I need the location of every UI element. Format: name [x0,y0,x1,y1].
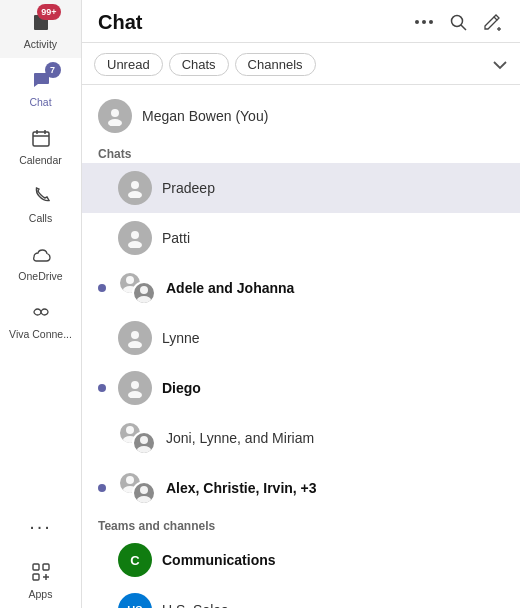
avatar-lynne [118,321,152,355]
svg-line-16 [461,25,466,30]
chat-badge: 7 [45,62,61,78]
avatar-communications: C [118,543,152,577]
main-panel: Chat [82,0,520,608]
svg-point-33 [140,436,148,444]
chat-item-pradeep[interactable]: Pradeep [82,163,520,213]
chat-item-joni-lynne-miriam[interactable]: Joni, Lynne, and Miriam [82,413,520,463]
no-dot [98,184,106,192]
svg-point-28 [128,341,142,348]
sidebar-item-more[interactable]: ··· [0,504,81,550]
svg-rect-0 [37,20,45,21]
svg-point-20 [128,191,142,198]
chat-item-name-patti: Patti [162,230,508,246]
svg-point-38 [137,496,151,503]
more-icon: ··· [27,512,55,540]
tab-chats[interactable]: Chats [169,53,229,76]
svg-point-34 [137,446,151,453]
unread-indicator [98,384,106,392]
svg-point-17 [111,109,119,117]
sidebar-item-onedrive[interactable]: OneDrive [0,232,81,290]
chat-item-name-joni: Joni, Lynne, and Miriam [166,430,508,446]
svg-rect-8 [43,564,49,570]
filter-bar: Unread Chats Channels [82,43,520,85]
svg-rect-2 [37,26,42,27]
filter-expand-button[interactable] [492,56,508,74]
svg-rect-7 [33,564,39,570]
chats-section-header: Chats [82,141,520,163]
page-title: Chat [98,11,404,34]
chat-item-alex-christie[interactable]: Alex, Christie, Irvin, +3 [82,463,520,513]
sidebar-item-chat[interactable]: 7 Chat [0,58,81,116]
avatar-patti [118,221,152,255]
channel-item-communications[interactable]: C Communications [82,535,520,585]
svg-rect-9 [33,574,39,580]
chat-item-diego[interactable]: Diego [82,363,520,413]
calls-label: Calls [29,212,52,224]
chat-item-name-pradeep: Pradeep [162,180,508,196]
sidebar-item-calls[interactable]: Calls [0,174,81,232]
avatar-diego [118,371,152,405]
calls-icon [27,182,55,210]
avatar-alex-christie [118,471,156,505]
sidebar-item-calendar[interactable]: Calendar [0,116,81,174]
svg-point-30 [128,391,142,398]
chat-icon: 7 [27,66,55,94]
channel-name-us-sales: U.S. Sales [162,602,508,608]
avatar-adele-johanna [118,271,156,305]
calendar-label: Calendar [19,154,62,166]
svg-point-18 [108,119,122,126]
svg-point-25 [140,286,148,294]
channel-item-us-sales[interactable]: US U.S. Sales [82,585,520,608]
chat-label: Chat [29,96,51,108]
avatar-joni-lynne-miriam [118,421,156,455]
apps-label: Apps [29,588,53,600]
tab-unread[interactable]: Unread [94,53,163,76]
no-dot [98,556,106,564]
sidebar-item-activity[interactable]: 99+ Activity [0,0,81,58]
svg-point-35 [126,476,134,484]
svg-point-26 [137,296,151,303]
svg-point-13 [422,20,426,24]
chat-item-name-diego: Diego [162,380,508,396]
unread-indicator [98,284,106,292]
sidebar-item-apps[interactable]: Apps [0,550,81,608]
chat-list: Megan Bowen (You) Chats Pradeep [82,85,520,608]
no-dot [98,234,106,242]
no-dot [98,334,106,342]
unread-indicator [98,484,106,492]
compose-button[interactable] [480,10,504,34]
svg-point-22 [128,241,142,248]
svg-point-19 [131,181,139,189]
svg-rect-3 [33,132,49,146]
activity-badge: 99+ [37,4,60,20]
chat-item-patti[interactable]: Patti [82,213,520,263]
svg-point-29 [131,381,139,389]
teams-section-header: Teams and channels [82,513,520,535]
sidebar-item-viva[interactable]: Viva Conne... [0,290,81,348]
activity-label: Activity [24,38,57,50]
my-user-name: Megan Bowen (You) [142,108,268,124]
svg-point-21 [131,231,139,239]
my-user-row[interactable]: Megan Bowen (You) [82,91,520,141]
svg-point-27 [131,331,139,339]
channel-name-communications: Communications [162,552,508,568]
activity-icon: 99+ [27,8,55,36]
tab-channels[interactable]: Channels [235,53,316,76]
viva-label: Viva Conne... [9,328,72,340]
svg-point-37 [140,486,148,494]
sidebar: 99+ Activity 7 Chat Calendar [0,0,82,608]
no-dot [98,434,106,442]
svg-point-31 [126,426,134,434]
chat-item-lynne[interactable]: Lynne [82,313,520,363]
chat-item-name-lynne: Lynne [162,330,508,346]
more-options-button[interactable] [412,10,436,34]
my-user-avatar [98,99,132,133]
chat-item-name-adele-johanna: Adele and Johanna [166,280,508,296]
chat-item-adele-johanna[interactable]: Adele and Johanna [82,263,520,313]
apps-add-icon [27,558,55,586]
calendar-icon [27,124,55,152]
search-button[interactable] [446,10,470,34]
svg-point-15 [452,16,463,27]
viva-icon [27,298,55,326]
svg-point-12 [415,20,419,24]
